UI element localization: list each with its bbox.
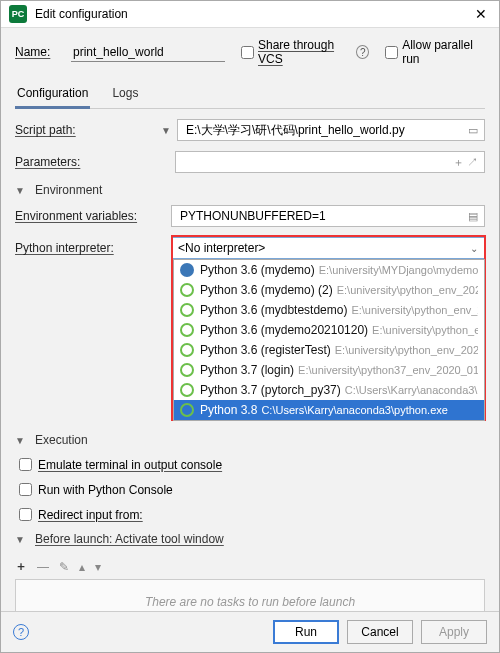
python-icon [180, 403, 194, 417]
interpreter-option[interactable]: Python 3.6 (mydbtestdemo)E:\university\p… [174, 300, 484, 320]
tab-logs[interactable]: Logs [110, 80, 140, 108]
interpreter-option-name: Python 3.7 (pytorch_py37) [200, 383, 341, 397]
script-path-label: Script path: [15, 123, 155, 137]
before-launch-empty: There are no tasks to run before launch [15, 579, 485, 611]
interpreter-option-path: E:\university\python_env_2020_01_14\py [337, 284, 478, 296]
interpreter-option-name: Python 3.6 (mydemo20210120) [200, 323, 368, 337]
tab-configuration[interactable]: Configuration [15, 80, 90, 108]
script-path-input[interactable] [184, 122, 468, 138]
cancel-button[interactable]: Cancel [347, 620, 413, 644]
env-vars-field[interactable]: ▤ [171, 205, 485, 227]
interpreter-option-name: Python 3.6 (mydemo) (2) [200, 283, 333, 297]
interpreter-dropdown[interactable]: <No interpreter> ⌄ [171, 237, 485, 259]
python-icon [180, 323, 194, 337]
parameters-field[interactable]: ＋ ↗ [175, 151, 485, 173]
parameters-label: Parameters: [15, 155, 155, 169]
share-vcs-label: Share through VCS [258, 38, 352, 66]
env-vars-input[interactable] [178, 208, 468, 224]
tabs: Configuration Logs [15, 80, 485, 109]
interpreter-option-name: Python 3.6 (mydemo) [200, 263, 315, 277]
environment-section-header[interactable]: ▼ Environment [15, 183, 485, 197]
redirect-input-label: Redirect input from: [38, 508, 143, 522]
execution-section-header[interactable]: ▼ Execution [15, 433, 485, 447]
interpreter-option[interactable]: Python 3.7 (login)E:\university\python37… [174, 360, 484, 380]
window-title: Edit configuration [35, 7, 471, 21]
expand-icon[interactable]: ＋ ↗ [453, 155, 478, 170]
interpreter-option[interactable]: Python 3.8C:\Users\Karry\anaconda3\pytho… [174, 400, 484, 420]
chevron-down-icon[interactable]: ▼ [161, 125, 171, 136]
caret-down-icon: ▼ [15, 435, 25, 446]
interpreter-option-path: E:\university\python_env_2020_01_4 [351, 304, 478, 316]
interpreter-option-name: Python 3.6 (mydbtestdemo) [200, 303, 347, 317]
python-icon [180, 303, 194, 317]
dialog-footer: ? Run Cancel Apply [1, 611, 499, 652]
interpreter-label: Python interpreter: [15, 241, 171, 255]
before-launch-header[interactable]: ▼ Before launch: Activate tool window [15, 532, 485, 546]
interpreter-option-path: E:\university\MYDjango\mydemo\venv\Scri [319, 264, 478, 276]
emulate-terminal-checkbox[interactable] [19, 458, 32, 471]
interpreter-option[interactable]: Python 3.6 (mydemo)E:\university\MYDjang… [174, 260, 484, 280]
python-icon [180, 343, 194, 357]
help-icon[interactable]: ? [356, 45, 369, 59]
caret-down-icon: ▼ [15, 534, 25, 545]
close-icon[interactable]: ✕ [471, 6, 491, 22]
interpreter-option[interactable]: Python 3.6 (mydemo20210120)E:\university… [174, 320, 484, 340]
run-python-console-label: Run with Python Console [38, 483, 173, 497]
run-python-console-checkbox[interactable] [19, 483, 32, 496]
interpreter-option-name: Python 3.8 [200, 403, 257, 417]
edit-configuration-dialog: PC Edit configuration ✕ Name: Share thro… [0, 0, 500, 653]
apply-button[interactable]: Apply [421, 620, 487, 644]
allow-parallel-checkbox[interactable] [385, 46, 398, 59]
emulate-terminal-label: Emulate terminal in output console [38, 458, 222, 472]
interpreter-option-path: E:\university\python37_env_2020_01_30\py… [298, 364, 478, 376]
redirect-input-checkbox[interactable] [19, 508, 32, 521]
name-input[interactable] [71, 43, 225, 62]
move-up-button[interactable]: ▴ [79, 560, 85, 574]
caret-down-icon: ▼ [15, 185, 25, 196]
share-vcs-checkbox[interactable] [241, 46, 254, 59]
interpreter-option-name: Python 3.7 (login) [200, 363, 294, 377]
titlebar: PC Edit configuration ✕ [1, 1, 499, 28]
python-icon [180, 383, 194, 397]
add-button[interactable]: ＋ [15, 558, 27, 575]
before-launch-toolbar: ＋ — ✎ ▴ ▾ [15, 554, 485, 579]
run-button[interactable]: Run [273, 620, 339, 644]
name-label: Name: [15, 45, 65, 59]
interpreter-option-name: Python 3.6 (registerTest) [200, 343, 331, 357]
python-icon [180, 283, 194, 297]
help-button[interactable]: ? [13, 624, 29, 640]
script-path-field[interactable]: ▭ [177, 119, 485, 141]
parameters-input[interactable] [182, 154, 453, 170]
interpreter-option[interactable]: Python 3.6 (mydemo) (2)E:\university\pyt… [174, 280, 484, 300]
list-icon[interactable]: ▤ [468, 210, 478, 223]
interpreter-row: Python interpreter: <No interpreter> ⌄ P… [15, 237, 485, 259]
env-vars-label: Environment variables: [15, 209, 171, 223]
python-icon [180, 263, 194, 277]
edit-button[interactable]: ✎ [59, 560, 69, 574]
remove-button[interactable]: — [37, 560, 49, 574]
interpreter-option-path: E:\university\python_env_2020_01_14\py [335, 344, 478, 356]
python-icon [180, 363, 194, 377]
interpreter-dropdown-list: Python 3.6 (mydemo)E:\university\MYDjang… [173, 259, 485, 421]
interpreter-option-path: C:\Users\Karry\anaconda3\python.exe [261, 404, 448, 416]
folder-icon[interactable]: ▭ [468, 124, 478, 137]
interpreter-option[interactable]: Python 3.6 (registerTest)E:\university\p… [174, 340, 484, 360]
allow-parallel-label: Allow parallel run [402, 38, 485, 66]
chevron-down-icon: ⌄ [470, 243, 478, 254]
interpreter-option-path: C:\Users\Karry\anaconda3\envs\pytorc [345, 384, 478, 396]
move-down-button[interactable]: ▾ [95, 560, 101, 574]
interpreter-current: <No interpreter> [178, 241, 470, 255]
interpreter-option[interactable]: Python 3.7 (pytorch_py37)C:\Users\Karry\… [174, 380, 484, 400]
pycharm-icon: PC [9, 5, 27, 23]
interpreter-option-path: E:\university\python_env_2020_0 [372, 324, 478, 336]
